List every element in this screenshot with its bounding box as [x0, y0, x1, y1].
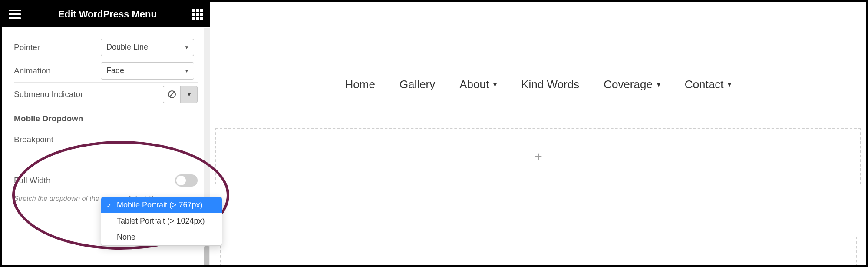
nav-label: Gallery: [399, 78, 435, 91]
animation-label: Animation: [14, 66, 101, 76]
mobile-dropdown-heading: Mobile Dropdown: [14, 114, 198, 123]
nav-item-kind-words[interactable]: Kind Words: [521, 78, 579, 91]
plus-icon[interactable]: ＋: [532, 148, 545, 164]
breakpoint-label: Breakpoint: [14, 135, 101, 144]
empty-section-zone[interactable]: [220, 237, 857, 267]
app-frame: Edit WordPress Menu Pointer Double Line …: [0, 0, 868, 267]
full-width-label: Full Width: [14, 176, 101, 185]
toggle-thumb: [176, 176, 186, 185]
nav-underline: [210, 117, 866, 117]
submenu-caret-toggle[interactable]: ▾: [180, 86, 198, 103]
pointer-select-value: Double Line: [106, 43, 148, 52]
prohibit-icon: [168, 90, 176, 99]
nav-item-home[interactable]: Home: [345, 78, 375, 91]
chevron-down-icon: ▾: [728, 80, 731, 89]
caret-down-icon: ▼: [184, 44, 189, 50]
submenu-indicator-row: Submenu Indicator ▾: [14, 83, 198, 106]
breakpoint-option-mobile[interactable]: Mobile Portrait (> 767px): [101, 197, 222, 213]
pointer-select[interactable]: Double Line ▼: [101, 39, 194, 56]
nav-label: Kind Words: [521, 78, 579, 91]
nav-item-coverage[interactable]: Coverage ▾: [604, 78, 660, 91]
breakpoint-option-tablet[interactable]: Tablet Portrait (> 1024px): [101, 213, 222, 229]
sidebar-title: Edit WordPress Menu: [23, 9, 192, 20]
submenu-none-icon[interactable]: [163, 86, 180, 103]
caret-down-icon: ▼: [184, 68, 189, 74]
preview-canvas: Home Gallery About ▾ Kind Words Coverage…: [210, 2, 866, 265]
full-width-row: Full Width: [14, 169, 198, 192]
submenu-indicator-label: Submenu Indicator: [14, 90, 101, 99]
chevron-down-icon: ▾: [493, 80, 497, 89]
svg-line-1: [169, 92, 175, 97]
preview-nav: Home Gallery About ▾ Kind Words Coverage…: [210, 2, 866, 119]
add-section-zone[interactable]: ＋: [215, 128, 861, 184]
apps-grid-icon[interactable]: [192, 9, 203, 20]
animation-row: Animation Fade ▼: [14, 59, 198, 83]
animation-select-value: Fade: [106, 66, 124, 75]
sidebar-header: Edit WordPress Menu: [2, 2, 210, 27]
nav-item-about[interactable]: About ▾: [459, 78, 497, 91]
scrollbar-thumb[interactable]: [204, 245, 209, 267]
nav-item-contact[interactable]: Contact ▾: [685, 78, 732, 91]
editor-sidebar: Edit WordPress Menu Pointer Double Line …: [2, 2, 210, 265]
nav-label: Coverage: [604, 78, 653, 91]
nav-label: Contact: [685, 78, 724, 91]
panel-body: Pointer Double Line ▼ Animation Fade ▼: [2, 27, 210, 265]
breakpoint-option-none[interactable]: None: [101, 229, 222, 245]
full-width-toggle[interactable]: [175, 174, 198, 187]
animation-select[interactable]: Fade ▼: [101, 62, 194, 80]
breakpoint-row: Breakpoint: [14, 128, 198, 151]
hamburger-icon[interactable]: [9, 7, 23, 21]
nav-label: Home: [345, 78, 375, 91]
pointer-row: Pointer Double Line ▼: [14, 36, 198, 59]
nav-label: About: [459, 78, 489, 91]
breakpoint-dropdown: Mobile Portrait (> 767px) Tablet Portrai…: [101, 197, 222, 246]
pointer-label: Pointer: [14, 43, 101, 52]
nav-item-gallery[interactable]: Gallery: [399, 78, 435, 91]
chevron-down-icon: ▾: [188, 91, 191, 98]
chevron-down-icon: ▾: [657, 80, 660, 89]
